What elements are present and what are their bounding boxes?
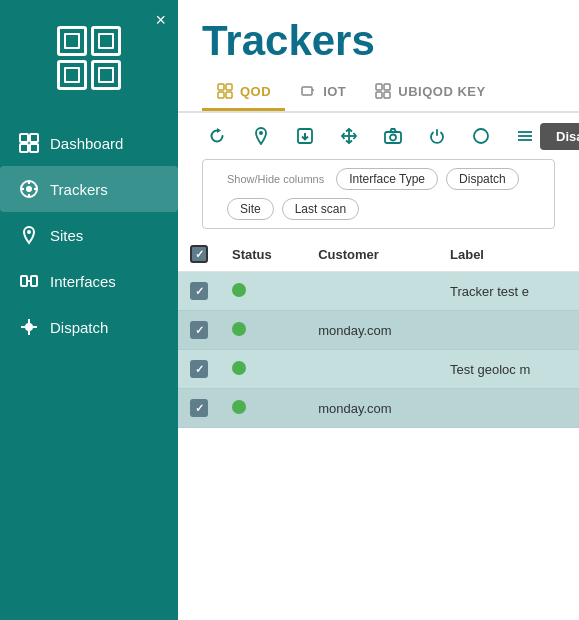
status-cell — [220, 272, 306, 311]
col-chip-site[interactable]: Site — [227, 198, 274, 220]
move-button[interactable] — [334, 121, 364, 151]
iot-icon — [299, 82, 317, 100]
col-chip-interface-type[interactable]: Interface Type — [336, 168, 438, 190]
customer-cell — [306, 350, 438, 389]
main-content: Trackers QOD IOT — [178, 0, 579, 620]
sites-icon — [18, 224, 40, 246]
label-header: Label — [438, 237, 579, 272]
svg-rect-2 — [20, 144, 28, 152]
customer-cell: monday.com — [306, 311, 438, 350]
page-header: Trackers — [178, 0, 579, 64]
row-checkbox-cell[interactable] — [178, 350, 220, 389]
dispatch-icon — [18, 316, 40, 338]
status-indicator — [232, 283, 246, 297]
svg-rect-23 — [302, 87, 312, 95]
close-icon[interactable]: × — [155, 10, 166, 31]
location-button[interactable] — [246, 121, 276, 151]
row-checkbox-cell[interactable] — [178, 311, 220, 350]
col-chip-dispatch[interactable]: Dispatch — [446, 168, 519, 190]
import-button[interactable] — [290, 121, 320, 151]
svg-rect-26 — [384, 84, 390, 90]
svg-point-35 — [390, 135, 396, 141]
row-checkbox[interactable] — [190, 321, 208, 339]
table-row: monday.com — [178, 311, 579, 350]
dashboard-icon — [18, 132, 40, 154]
tab-ubiqod-key[interactable]: UBIQOD KEY — [360, 74, 499, 111]
svg-point-5 — [26, 186, 32, 192]
refresh-button[interactable] — [202, 121, 232, 151]
tabs-bar: QOD IOT UBIQOD KEY — [178, 64, 579, 111]
table-row: monday.com — [178, 389, 579, 428]
svg-rect-20 — [226, 84, 232, 90]
tab-label: UBIQOD KEY — [398, 84, 485, 99]
trackers-icon — [18, 178, 40, 200]
row-checkbox[interactable] — [190, 399, 208, 417]
svg-rect-22 — [226, 92, 232, 98]
select-all-checkbox[interactable] — [190, 245, 208, 263]
status-indicator — [232, 322, 246, 336]
sidebar-item-trackers[interactable]: Trackers — [0, 166, 178, 212]
col-chip-last-scan[interactable]: Last scan — [282, 198, 359, 220]
circle-button[interactable] — [466, 121, 496, 151]
svg-point-36 — [474, 129, 488, 143]
label-cell: Tracker test e — [438, 272, 579, 311]
sidebar-item-interfaces[interactable]: Interfaces — [0, 258, 178, 304]
table-wrapper: Status Customer Label Tracker test e — [178, 237, 579, 620]
ubiqod-key-icon — [374, 82, 392, 100]
svg-rect-27 — [376, 92, 382, 98]
toolbar: Disable — [178, 111, 579, 151]
label-cell — [438, 389, 579, 428]
table-row: Test geoloc m — [178, 350, 579, 389]
page-title: Trackers — [202, 18, 555, 64]
svg-rect-28 — [384, 92, 390, 98]
status-indicator — [232, 361, 246, 375]
table-row: Tracker test e — [178, 272, 579, 311]
sidebar-item-label: Sites — [50, 227, 83, 244]
sidebar: × Dashboard — [0, 0, 178, 620]
label-cell — [438, 311, 579, 350]
sidebar-item-label: Dispatch — [50, 319, 108, 336]
power-button[interactable] — [422, 121, 452, 151]
customer-cell: monday.com — [306, 389, 438, 428]
svg-rect-3 — [30, 144, 38, 152]
svg-point-14 — [25, 323, 33, 331]
svg-point-10 — [27, 230, 31, 234]
sidebar-item-dispatch[interactable]: Dispatch — [0, 304, 178, 350]
columns-filter: Show/Hide columns Interface Type Dispatc… — [202, 159, 555, 229]
logo — [57, 26, 121, 90]
label-cell: Test geoloc m — [438, 350, 579, 389]
status-cell — [220, 350, 306, 389]
svg-rect-11 — [21, 276, 27, 286]
svg-point-29 — [259, 131, 263, 135]
tab-iot[interactable]: IOT — [285, 74, 360, 111]
row-checkbox[interactable] — [190, 360, 208, 378]
toolbar-icons — [202, 121, 540, 151]
camera-button[interactable] — [378, 121, 408, 151]
status-header: Status — [220, 237, 306, 272]
sidebar-item-label: Interfaces — [50, 273, 116, 290]
more-options-button[interactable] — [510, 121, 540, 151]
header-checkbox-cell[interactable] — [178, 237, 220, 272]
interfaces-icon — [18, 270, 40, 292]
customer-cell — [306, 272, 438, 311]
svg-rect-19 — [218, 84, 224, 90]
sidebar-item-dashboard[interactable]: Dashboard — [0, 120, 178, 166]
qod-icon — [216, 82, 234, 100]
sidebar-item-label: Trackers — [50, 181, 108, 198]
trackers-table: Status Customer Label Tracker test e — [178, 237, 579, 428]
tab-label: QOD — [240, 84, 271, 99]
row-checkbox-cell[interactable] — [178, 272, 220, 311]
tab-qod[interactable]: QOD — [202, 74, 285, 111]
sidebar-item-sites[interactable]: Sites — [0, 212, 178, 258]
svg-rect-1 — [30, 134, 38, 142]
tab-label: IOT — [323, 84, 346, 99]
customer-header: Customer — [306, 237, 438, 272]
row-checkbox[interactable] — [190, 282, 208, 300]
row-checkbox-cell[interactable] — [178, 389, 220, 428]
disable-button[interactable]: Disable — [540, 123, 579, 150]
svg-rect-25 — [376, 84, 382, 90]
columns-section-label: Show/Hide columns — [227, 173, 324, 185]
sidebar-item-label: Dashboard — [50, 135, 123, 152]
svg-rect-21 — [218, 92, 224, 98]
table-header-row: Status Customer Label — [178, 237, 579, 272]
